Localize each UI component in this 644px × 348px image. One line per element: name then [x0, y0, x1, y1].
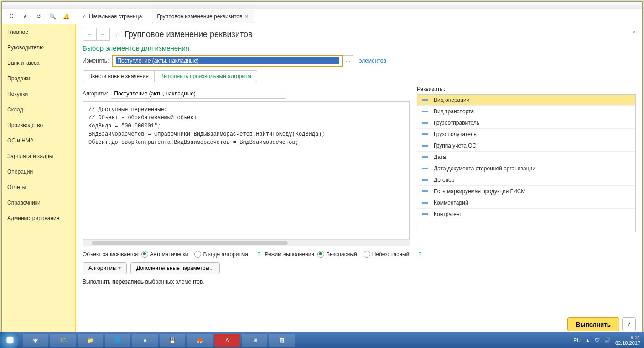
sidebar-item-os[interactable]: ОС и НМА: [2, 133, 75, 148]
req-item[interactable]: Грузополучатель: [417, 129, 635, 140]
bell-icon[interactable]: 🔔: [60, 11, 72, 22]
search-icon[interactable]: 🔍: [47, 11, 58, 22]
tab-home[interactable]: ⌂ Начальная страница: [78, 10, 147, 23]
radio-unsafe[interactable]: Небезопасный: [364, 251, 410, 258]
radio-auto[interactable]: Автоматически: [141, 251, 188, 258]
field-icon: [422, 190, 428, 192]
req-item[interactable]: Есть маркируемая продукция ГИСМ: [417, 186, 635, 197]
field-icon: [422, 213, 428, 215]
help-icon[interactable]: ?: [418, 251, 421, 258]
home-icon: ⌂: [83, 13, 86, 20]
favorite-star-icon[interactable]: ☆: [114, 30, 121, 39]
close-page-icon[interactable]: ×: [633, 29, 636, 35]
radio-safe[interactable]: Безопасный: [317, 251, 357, 258]
sidebar-item-catalogs[interactable]: Справочники: [2, 195, 75, 211]
tab-new-values[interactable]: Ввести новые значения: [83, 70, 155, 82]
req-item[interactable]: Группа учета ОС: [417, 140, 635, 152]
sidebar-item-main[interactable]: Главное: [2, 24, 75, 40]
star-icon[interactable]: ★: [19, 11, 31, 22]
field-icon: [422, 133, 428, 135]
sidebar-item-salary[interactable]: Зарплата и кадры: [2, 148, 75, 164]
separator: [149, 11, 149, 21]
ellipsis-button[interactable]: ...: [343, 55, 353, 66]
apps-icon[interactable]: ⠿: [5, 11, 17, 22]
requisites-list: Вид операции Вид транспорта Грузоотправи…: [417, 94, 636, 232]
req-item[interactable]: Комментарий: [417, 197, 635, 209]
radio-code[interactable]: В коде алгоритма: [194, 251, 248, 258]
taskbar-app[interactable]: A: [214, 334, 240, 336]
requisites-label: Реквизиты:: [417, 86, 636, 92]
elements-link[interactable]: элементов: [359, 58, 386, 64]
sidebar-item-bank[interactable]: Банк и касса: [2, 55, 75, 71]
taskbar-app[interactable]: 1C: [50, 334, 76, 336]
clock[interactable]: 9:31 02.10.2017: [615, 335, 640, 336]
execute-button[interactable]: Выполнить: [567, 317, 619, 331]
start-button[interactable]: [0, 332, 20, 336]
sidebar-item-sales[interactable]: Продажи: [2, 71, 75, 86]
window-titlebar: [2, 2, 642, 9]
taskbar-app[interactable]: 🕷: [23, 334, 48, 336]
history-icon[interactable]: ↺: [33, 11, 45, 22]
footer-text: Выполнить перезапись выбранных элементов…: [83, 279, 636, 285]
change-label: Изменять:: [83, 58, 109, 64]
change-field[interactable]: [112, 55, 343, 67]
sidebar: Главное Руководителю Банк и касса Продаж…: [2, 24, 76, 336]
field-icon: [422, 202, 428, 204]
field-icon: [422, 156, 428, 158]
horizontal-scrollbar[interactable]: [83, 239, 410, 246]
section-title: Выбор элементов для изменения: [83, 44, 636, 52]
code-editor[interactable]: // Доступные переменные: // Объект - обр…: [83, 101, 410, 239]
req-item[interactable]: Договор: [417, 174, 635, 186]
field-icon: [422, 179, 428, 181]
change-input[interactable]: [116, 57, 339, 64]
field-icon: [422, 111, 428, 112]
tab-active-label: Групповое изменение реквизитов: [157, 13, 242, 20]
req-item[interactable]: Дата: [417, 152, 635, 163]
sidebar-item-operations[interactable]: Операции: [2, 164, 75, 179]
nav-back-button[interactable]: ←: [83, 28, 96, 41]
app-toolbar: ⠿ ★ ↺ 🔍 🔔 ⌂ Начальная страница Групповое…: [2, 9, 642, 24]
extra-params-button[interactable]: Дополнительные параметры...: [130, 262, 220, 274]
taskbar-app[interactable]: 🖼: [269, 334, 295, 336]
obj-write-label: Объект записывается:: [83, 251, 140, 258]
taskbar-app[interactable]: 🌐: [105, 334, 130, 336]
sidebar-item-reports[interactable]: Отчеты: [2, 179, 75, 195]
windows-taskbar: 🕷 1C 📁 🌐 e 💾 🦊 A 🖥 🖼 RU ▲ 🛡 🔊 9:31 02.10…: [0, 332, 644, 336]
nav-forward-button[interactable]: →: [96, 28, 110, 41]
algorithms-button[interactable]: Алгоритмы: [83, 262, 127, 274]
taskbar-app[interactable]: e: [132, 334, 158, 336]
taskbar-app[interactable]: 🦊: [187, 334, 213, 336]
exec-mode-label: Режим выполнения:: [265, 251, 316, 258]
algo-input[interactable]: [111, 89, 286, 99]
field-icon: [422, 168, 428, 169]
help-icon[interactable]: ?: [257, 251, 260, 258]
req-item[interactable]: Дата документа сторонней организации: [417, 163, 635, 174]
field-icon: [422, 99, 428, 101]
taskbar-app[interactable]: 💾: [160, 334, 185, 336]
separator: [75, 11, 75, 21]
close-icon[interactable]: ×: [245, 13, 248, 20]
req-item[interactable]: Грузоотправитель: [417, 117, 635, 129]
sidebar-item-manager[interactable]: Руководителю: [2, 40, 75, 55]
code-text: // Доступные переменные: // Объект - обр…: [83, 102, 409, 150]
help-button[interactable]: ?: [622, 317, 636, 331]
req-item[interactable]: Вид транспорта: [417, 106, 635, 117]
sidebar-item-admin[interactable]: Администрирование: [2, 211, 75, 226]
sidebar-item-warehouse[interactable]: Склад: [2, 102, 75, 117]
taskbar-app[interactable]: 🖥: [242, 334, 267, 336]
field-icon: [422, 145, 428, 147]
sidebar-item-production[interactable]: Производство: [2, 117, 75, 133]
req-item[interactable]: Контрагент: [417, 209, 635, 220]
req-item[interactable]: Вид операции: [417, 95, 635, 106]
sidebar-item-purchases[interactable]: Покупки: [2, 86, 75, 102]
tab-custom-algo[interactable]: Выполнить произвольный алгоритм: [155, 70, 257, 82]
tab-active[interactable]: Групповое изменение реквизитов ×: [152, 10, 253, 23]
field-icon: [422, 122, 428, 124]
main-area: ← → ☆ Групповое изменение реквизитов × В…: [76, 24, 642, 336]
page-title: Групповое изменение реквизитов: [125, 30, 253, 39]
tab-home-label: Начальная страница: [89, 13, 142, 20]
algo-label: Алгоритм:: [83, 90, 108, 97]
taskbar-app[interactable]: 📁: [78, 334, 103, 336]
